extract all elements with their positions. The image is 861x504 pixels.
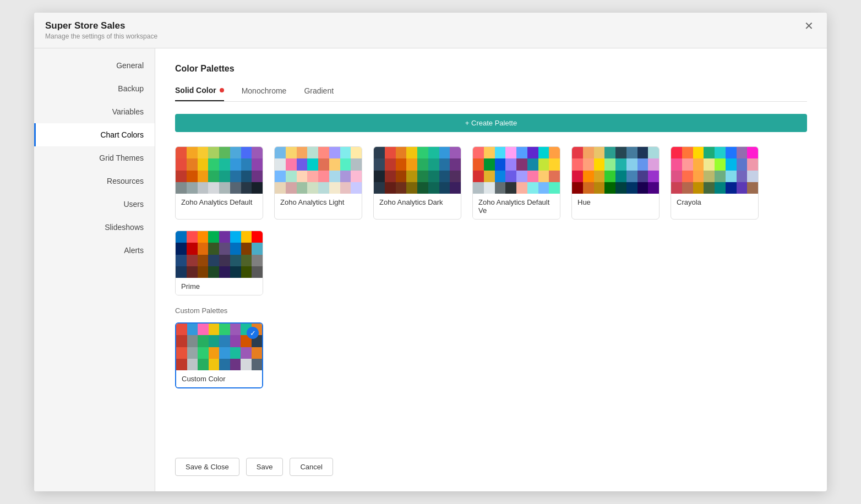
- tab-gradient[interactable]: Gradient: [304, 86, 334, 101]
- window-title: Super Store Sales: [45, 20, 157, 31]
- palette-card-zoho-analytics-default[interactable]: Zoho Analytics Default: [175, 146, 263, 220]
- save-close-button[interactable]: Save & Close: [175, 458, 239, 476]
- swatch-cell: [648, 182, 659, 194]
- palette-card-zoho-analytics-default-ve[interactable]: Zoho Analytics Default Ve: [472, 146, 560, 220]
- swatch-cell: [219, 231, 230, 243]
- palette-label-zoho-analytics-light: Zoho Analytics Light: [275, 194, 362, 211]
- swatch-cell: [516, 158, 527, 170]
- palette-card-hue[interactable]: Hue: [571, 146, 660, 220]
- palette-card-custom-color[interactable]: ✓Custom Color: [175, 322, 263, 388]
- swatch-cell: [583, 171, 594, 182]
- swatch-cell: [318, 158, 329, 170]
- palette-swatch-zoho-analytics-dark: [374, 147, 461, 194]
- close-button[interactable]: ✕: [802, 20, 816, 31]
- save-button[interactable]: Save: [246, 458, 284, 476]
- swatch-cell: [307, 158, 318, 170]
- palette-label-prime: Prime: [176, 278, 263, 295]
- titlebar: Super Store Sales Manage the settings of…: [34, 13, 827, 48]
- swatch-cell: [505, 171, 516, 182]
- swatch-cell: [329, 147, 340, 158]
- swatch-cell: [208, 231, 219, 243]
- swatch-cell: [637, 147, 649, 158]
- swatch-cell: [648, 158, 659, 170]
- swatch-cell: [583, 158, 594, 170]
- cancel-button[interactable]: Cancel: [290, 458, 333, 476]
- swatch-cell: [704, 158, 715, 170]
- swatch-cell: [637, 158, 649, 170]
- swatch-cell: [230, 171, 241, 182]
- section-title: Color Palettes: [175, 64, 807, 74]
- swatch-cell: [473, 158, 484, 170]
- sidebar-item-chart-colors[interactable]: Chart Colors: [34, 123, 155, 146]
- swatch-cell: [176, 347, 187, 359]
- swatch-cell: [198, 158, 209, 170]
- swatch-cell: [439, 147, 450, 158]
- palette-swatch-wrapper-prime: [176, 231, 263, 278]
- swatch-cell: [594, 147, 605, 158]
- palette-swatch-wrapper-zoho-analytics-default: [176, 147, 263, 194]
- create-palette-button[interactable]: + Create Palette: [175, 114, 807, 132]
- swatch-cell: [737, 182, 748, 194]
- swatch-cell: [516, 182, 527, 194]
- sidebar-item-alerts[interactable]: Alerts: [34, 239, 155, 262]
- swatch-cell: [286, 158, 297, 170]
- tab-monochrome[interactable]: Monochrome: [242, 86, 287, 101]
- swatch-cell: [538, 158, 549, 170]
- palette-card-zoho-analytics-light[interactable]: Zoho Analytics Light: [274, 146, 362, 220]
- palette-swatch-wrapper-zoho-analytics-default-ve: [473, 147, 560, 194]
- swatch-cell: [219, 324, 230, 335]
- palette-card-prime[interactable]: Prime: [175, 231, 263, 295]
- swatch-cell: [230, 255, 241, 266]
- swatch-cell: [737, 171, 748, 182]
- swatch-cell: [187, 182, 198, 194]
- swatch-cell: [209, 347, 220, 359]
- swatch-cell: [176, 243, 187, 254]
- swatch-cell: [198, 231, 209, 243]
- sidebar-item-users[interactable]: Users: [34, 193, 155, 216]
- swatch-cell: [275, 171, 286, 182]
- swatch-cell: [747, 171, 758, 182]
- swatch-cell: [219, 171, 230, 182]
- titlebar-info: Super Store Sales Manage the settings of…: [45, 20, 157, 40]
- swatch-cell: [351, 171, 362, 182]
- palette-swatch-wrapper-zoho-analytics-dark: [374, 147, 461, 194]
- swatch-cell: [176, 147, 187, 158]
- sidebar-item-backup[interactable]: Backup: [34, 77, 155, 100]
- swatch-cell: [671, 171, 682, 182]
- swatch-cell: [396, 158, 407, 170]
- swatch-cell: [693, 182, 704, 194]
- palette-card-crayola[interactable]: Crayola: [671, 146, 759, 220]
- swatch-cell: [230, 182, 241, 194]
- tab-gradient-label: Gradient: [304, 86, 334, 95]
- palette-swatch-prime: [176, 231, 263, 278]
- swatch-cell: [583, 182, 594, 194]
- swatch-cell: [286, 147, 297, 158]
- custom-palettes-grid: ✓Custom Color: [175, 322, 807, 388]
- swatch-cell: [583, 147, 594, 158]
- swatch-cell: [230, 147, 241, 158]
- swatch-cell: [682, 147, 693, 158]
- sidebar-item-general[interactable]: General: [34, 54, 155, 77]
- sidebar-item-slideshows[interactable]: Slideshows: [34, 216, 155, 239]
- sidebar-item-variables[interactable]: Variables: [34, 100, 155, 123]
- palette-swatch-wrapper-hue: [572, 147, 659, 194]
- palette-card-zoho-analytics-dark[interactable]: Zoho Analytics Dark: [373, 146, 461, 220]
- swatch-cell: [626, 147, 637, 158]
- sidebar-item-resources[interactable]: Resources: [34, 169, 155, 193]
- sidebar-item-grid-themes[interactable]: Grid Themes: [34, 146, 155, 169]
- swatch-cell: [329, 158, 340, 170]
- swatch-cell: [219, 158, 230, 170]
- custom-palettes-title: Custom Palettes: [175, 306, 807, 315]
- swatch-cell: [693, 171, 704, 182]
- swatch-cell: [351, 147, 362, 158]
- tab-solid-color[interactable]: Solid Color: [175, 86, 224, 101]
- swatch-cell: [428, 171, 439, 182]
- palette-swatch-hue: [572, 147, 659, 194]
- swatch-cell: [572, 171, 583, 182]
- swatch-cell: [286, 182, 297, 194]
- swatch-cell: [682, 171, 693, 182]
- swatch-cell: [219, 359, 230, 370]
- swatch-cell: [176, 324, 187, 335]
- swatch-cell: [396, 182, 407, 194]
- swatch-cell: [219, 147, 230, 158]
